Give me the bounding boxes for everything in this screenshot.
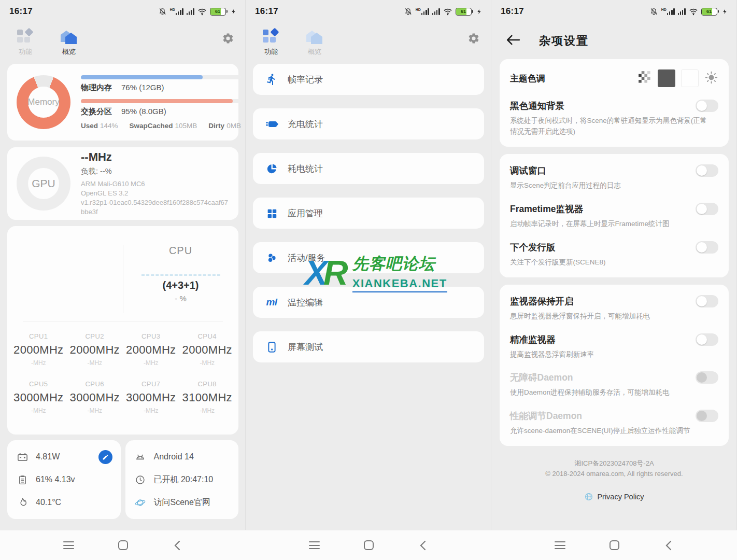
cpu-core-cell: CPU12000MHz-MHz <box>10 332 67 367</box>
charging-battery-icon <box>264 118 279 130</box>
theme-dark-swatch[interactable] <box>658 69 675 87</box>
android-nav-bar <box>491 530 737 560</box>
privacy-policy-link[interactable]: Privacy Policy <box>491 492 737 501</box>
toggle-switch[interactable] <box>696 100 718 112</box>
list-item-framerate[interactable]: 帧率记录 <box>253 64 484 95</box>
clock-time: 16:17 <box>255 6 278 17</box>
tab-bar: 功能 概览 <box>246 23 491 62</box>
signal-icon <box>187 8 194 15</box>
ram-value: 76% (12GB) <box>121 83 164 92</box>
edit-power-button[interactable] <box>98 450 112 464</box>
recents-button[interactable] <box>62 539 75 552</box>
ram-progress-bar <box>81 75 241 79</box>
toggle-switch[interactable] <box>696 333 718 346</box>
power-info-card: 4.81W 61% 4.13v 40.1°C <box>7 440 121 519</box>
back-button[interactable] <box>662 539 675 552</box>
signal-hd-icon: HD <box>661 8 675 15</box>
settings-gear-icon[interactable] <box>222 32 234 47</box>
function-list: 帧率记录 充电统计 耗电统计 应用管理 活动/服务 mi 温控编辑 屏幕测试 <box>246 64 491 362</box>
ram-label: 物理内存 <box>81 83 112 93</box>
tab-overview[interactable]: 概览 <box>300 29 330 57</box>
status-bar: 16:17 HD 61 <box>246 0 491 23</box>
setting-monitor-keep-on: 监视器保持开启 息屏时监视器悬浮窗保持开启，可能增加耗电 <box>510 295 718 322</box>
swap-label: 交换分区 <box>81 107 112 117</box>
battery-icon: 61 <box>210 8 228 16</box>
uptime-value: 已开机 20:47:10 <box>154 474 214 485</box>
status-icons: HD 61 <box>404 7 482 16</box>
theme-label: 主题色调 <box>510 73 545 85</box>
charging-icon <box>476 8 482 16</box>
setting-accessibility-daemon: 无障碍Daemon 使用Daemon进程保持辅助服务存活，可能增加耗电 <box>510 371 718 398</box>
planet-icon <box>134 497 147 509</box>
power-watts: 4.81W <box>36 452 60 461</box>
tab-functions[interactable]: 功能 <box>256 29 286 57</box>
cpu-title: CPU <box>169 245 192 257</box>
android-icon <box>134 451 147 463</box>
status-icons: HD 61 <box>649 7 728 16</box>
theme-settings-card: 主题色调 黑色通知背景 系统处于夜间模式时，将Scene的常驻通知显示为黑色背景… <box>500 59 729 147</box>
battery-percent-volt: 61% 4.13v <box>36 475 75 484</box>
recents-button[interactable] <box>308 539 320 552</box>
gpu-frequency: --MHz <box>81 150 229 164</box>
wifi-icon <box>443 8 452 16</box>
android-nav-bar <box>246 530 491 560</box>
overview-house-icon <box>305 29 324 45</box>
functions-grid-icon <box>262 29 280 45</box>
battery-icon: 61 <box>456 8 474 16</box>
screen-test-icon <box>264 341 279 353</box>
back-button[interactable] <box>171 539 183 552</box>
icp-number: 湘ICP备2023024708号-2A <box>491 458 737 469</box>
theme-sun-icon[interactable] <box>704 71 718 87</box>
battery-power-icon <box>16 451 29 463</box>
tab-functions[interactable]: 功能 <box>10 29 40 57</box>
screen-misc-settings: 16:17 HD 61 杂项设置 主题色调 黑色通知背景 <box>491 0 737 560</box>
forum-watermark: XR 先客吧论坛 XIANKEBA.NET <box>305 253 447 292</box>
tab-overview[interactable]: 概览 <box>54 29 84 57</box>
toggle-switch[interactable] <box>696 203 718 215</box>
toggle-switch[interactable] <box>696 164 718 177</box>
runner-icon <box>264 73 279 86</box>
recents-button[interactable] <box>554 539 566 552</box>
toggle-switch[interactable] <box>696 241 718 254</box>
cpu-dashed-line <box>141 274 220 276</box>
page-header: 杂项设置 <box>491 23 737 59</box>
signal-icon <box>432 8 440 15</box>
list-item-charging-stats[interactable]: 充电统计 <box>253 108 484 139</box>
list-item-power-stats[interactable]: 耗电统计 <box>253 153 484 184</box>
battery-icon: 61 <box>701 8 719 16</box>
list-item-screen-test[interactable]: 屏幕测试 <box>253 331 484 362</box>
settings-gear-icon[interactable] <box>467 32 480 47</box>
memory-card: Memory 物理内存 76% (12GB) 交换分区 95% (8.0GB) … <box>7 64 238 141</box>
back-arrow-icon[interactable] <box>506 33 520 49</box>
setting-debug-window: 调试窗口 显示Scene判定前台应用过程的日志 <box>510 164 718 191</box>
page-title: 杂项设置 <box>539 33 589 49</box>
cpu-core-cell: CPU22000MHz-MHz <box>67 332 123 367</box>
pie-chart-icon <box>264 163 279 175</box>
visit-website-row[interactable]: 访问Scene官网 <box>134 491 231 514</box>
back-button[interactable] <box>417 539 429 552</box>
swap-value: 95% (8.0GB) <box>121 107 166 116</box>
watermark-logo: XR <box>305 256 344 290</box>
memory-stats: Used144% SwapCached105MB Dirty0MB <box>81 122 241 130</box>
home-button[interactable] <box>117 539 129 552</box>
android-version: Android 14 <box>154 452 194 461</box>
charging-icon <box>231 8 236 16</box>
setting-frametime-monitor: Frametime监视器 启动帧率记录时，在屏幕上时显示Frametime统计图 <box>510 203 718 230</box>
home-button[interactable] <box>362 539 375 552</box>
theme-auto-checker-swatch[interactable] <box>638 71 652 87</box>
theme-light-swatch[interactable] <box>681 69 699 87</box>
signal-icon <box>678 8 686 15</box>
gpu-model: ARM Mali-G610 MC6 <box>81 179 229 189</box>
footer: 湘ICP备2023024708号-2A © 2018-2024 omarea.c… <box>491 458 737 501</box>
list-item-app-management[interactable]: 应用管理 <box>253 198 484 229</box>
overview-house-icon <box>60 29 78 45</box>
cpu-card: CPU (4+3+1) - % CPU12000MHz-MHz CPU22000… <box>7 226 238 435</box>
copyright: © 2018-2024 omarea.com, All rights reser… <box>491 469 737 479</box>
status-bar: 16:17 HD 61 <box>0 0 246 23</box>
toggle-switch <box>696 410 718 422</box>
cpu-core-cell: CPU73000MHz-MHz <box>123 380 179 414</box>
mi-logo-icon: mi <box>264 297 279 308</box>
home-button[interactable] <box>608 539 620 552</box>
toggle-switch[interactable] <box>696 295 718 307</box>
swap-progress-bar <box>81 99 241 103</box>
